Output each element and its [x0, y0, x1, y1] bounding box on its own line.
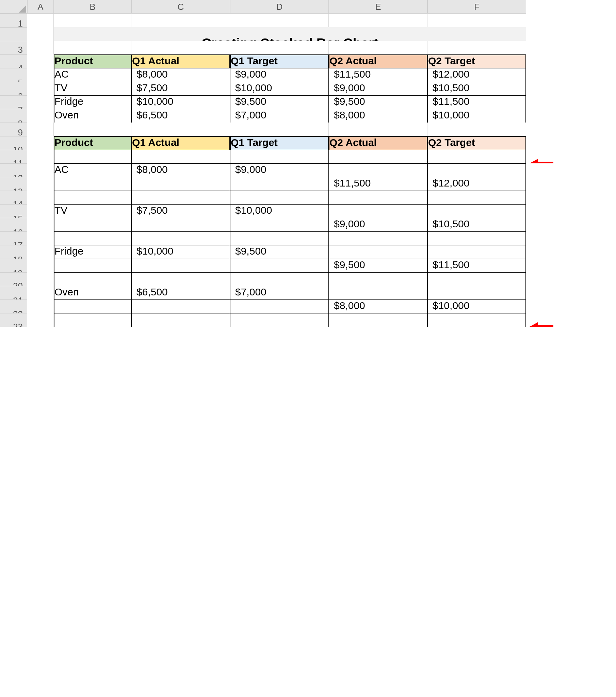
currency-value: 10,000 [142, 246, 174, 257]
col-header-B[interactable]: B [54, 0, 131, 14]
currency-symbol: $ [136, 109, 142, 120]
currency-symbol: $ [235, 69, 241, 80]
currency-symbol: $ [334, 109, 340, 120]
currency-symbol: $ [136, 246, 142, 257]
currency-value: 11,500 [438, 259, 470, 270]
currency-value: 8,000 [142, 164, 168, 175]
currency-symbol: $ [136, 286, 142, 297]
arrow-left-icon [526, 313, 616, 327]
currency-symbol: $ [334, 218, 340, 229]
currency-value: 10,000 [142, 95, 174, 107]
row-header-23[interactable]: 23 [0, 313, 27, 327]
currency-symbol: $ [432, 69, 438, 80]
currency-symbol: $ [235, 164, 241, 175]
col-header-E[interactable]: E [329, 0, 427, 14]
currency-symbol: $ [136, 164, 142, 175]
currency-value: 8,000 [340, 109, 365, 120]
currency-symbol: $ [235, 246, 241, 257]
col-header-pad [526, 0, 616, 14]
currency-symbol: $ [334, 259, 340, 270]
currency-value: 10,500 [438, 218, 470, 229]
currency-value: 10,000 [241, 82, 272, 93]
currency-value: 10,000 [438, 109, 470, 120]
currency-symbol: $ [432, 95, 438, 107]
cell-A23[interactable] [27, 313, 54, 327]
currency-symbol: $ [334, 300, 340, 311]
currency-symbol: $ [334, 177, 340, 189]
table-cell[interactable] [329, 313, 427, 327]
col-header-A[interactable]: A [27, 0, 54, 14]
currency-symbol: $ [334, 69, 340, 80]
currency-value: 7,000 [241, 109, 266, 120]
currency-value: 9,000 [241, 69, 266, 80]
currency-value: 10,000 [438, 300, 470, 311]
currency-value: 9,500 [241, 246, 266, 257]
currency-value: 6,500 [142, 109, 168, 120]
spreadsheet-grid[interactable]: ABCDEF12Creating Stacked Bar Chart34Prod… [0, 0, 616, 327]
currency-symbol: $ [235, 205, 241, 216]
currency-value: 12,000 [438, 177, 470, 189]
currency-value: 9,000 [340, 82, 365, 93]
currency-symbol: $ [235, 109, 241, 120]
currency-symbol: $ [334, 95, 340, 107]
currency-value: 10,500 [438, 82, 470, 93]
currency-value: 6,500 [142, 286, 168, 297]
currency-value: 7,000 [241, 286, 266, 297]
currency-value: 11,500 [340, 69, 371, 80]
currency-symbol: $ [432, 300, 438, 311]
currency-value: 9,500 [340, 95, 365, 107]
currency-value: 9,000 [340, 218, 365, 229]
table-cell-product[interactable] [54, 313, 131, 327]
select-all-corner[interactable] [0, 0, 27, 14]
currency-value: 11,500 [438, 95, 470, 107]
currency-symbol: $ [136, 205, 142, 216]
currency-symbol: $ [432, 218, 438, 229]
currency-symbol: $ [235, 95, 241, 107]
table-cell[interactable] [131, 313, 230, 327]
currency-value: 8,000 [340, 300, 365, 311]
currency-value: 10,000 [241, 205, 272, 216]
col-header-C[interactable]: C [131, 0, 230, 14]
currency-symbol: $ [136, 69, 142, 80]
table-cell[interactable] [230, 313, 329, 327]
currency-symbol: $ [334, 82, 340, 93]
currency-value: 7,500 [142, 205, 168, 216]
currency-symbol: $ [432, 109, 438, 120]
currency-symbol: $ [136, 95, 142, 107]
currency-symbol: $ [235, 82, 241, 93]
currency-symbol: $ [432, 259, 438, 270]
currency-value: 9,000 [241, 164, 266, 175]
currency-value: 11,500 [340, 177, 371, 189]
col-header-D[interactable]: D [230, 0, 329, 14]
currency-symbol: $ [136, 82, 142, 93]
currency-symbol: $ [235, 286, 241, 297]
currency-value: 7,500 [142, 82, 168, 93]
currency-symbol: $ [432, 82, 438, 93]
currency-value: 9,500 [340, 259, 365, 270]
table-cell[interactable] [427, 313, 526, 327]
currency-value: 12,000 [438, 69, 470, 80]
currency-value: 9,500 [241, 95, 266, 107]
currency-value: 8,000 [142, 69, 168, 80]
col-header-F[interactable]: F [427, 0, 526, 14]
currency-symbol: $ [432, 177, 438, 189]
